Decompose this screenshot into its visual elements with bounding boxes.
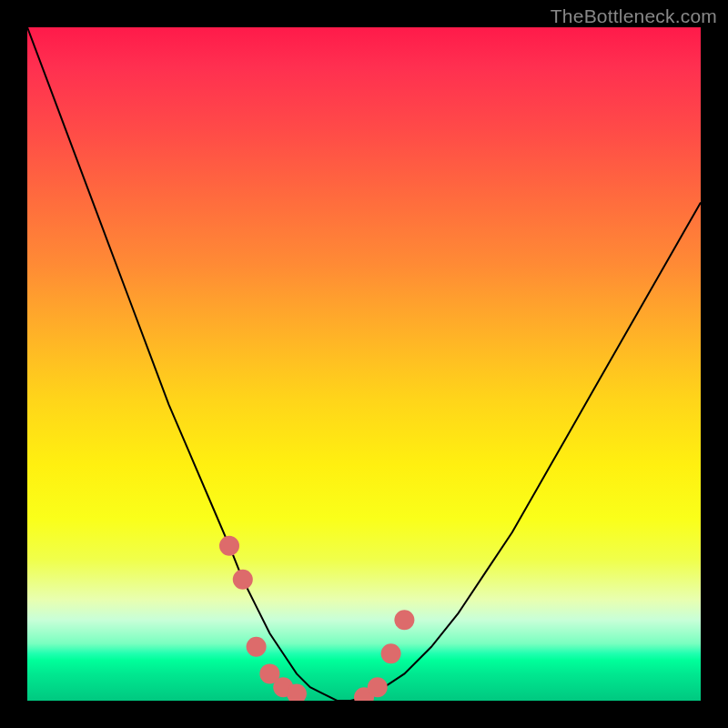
curve-marker [381,643,401,663]
curve-marker [394,610,414,630]
curve-markers [219,536,414,701]
curve-marker [233,570,253,590]
bottleneck-curve [27,27,701,701]
curve-marker [368,677,388,697]
chart-curve-layer [27,27,701,701]
watermark-text: TheBottleneck.com [551,5,717,27]
curve-marker [247,637,267,657]
chart-plot-area [27,27,701,701]
curve-marker [219,536,239,556]
